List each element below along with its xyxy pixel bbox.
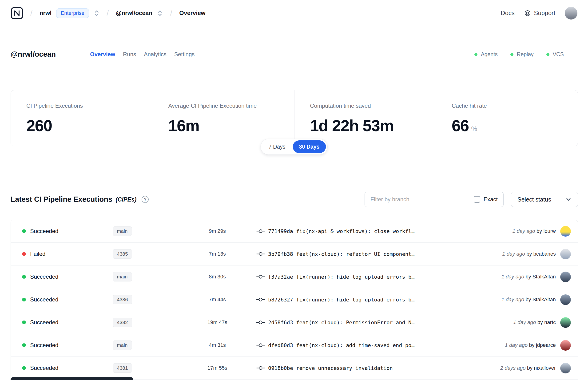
tab-bar: Overview Runs Analytics Settings [90, 51, 195, 57]
status-dot-icon [22, 343, 26, 347]
exact-segment: Exact [468, 192, 503, 207]
status-dot-icon [22, 252, 26, 256]
indicator-label: VCS [553, 51, 564, 57]
status-dot-icon [22, 229, 26, 233]
breadcrumb: / nrwl Enterprise / @nrwl/ocean / Overvi… [11, 7, 206, 19]
cipe-author: by nartc [537, 319, 556, 325]
stat-computation-time-saved: Computation time saved 1d 22h 53m [294, 90, 436, 146]
table-row[interactable]: Succeeded 4382 19m 47s 2d58f6d3 feat(nx-… [11, 311, 578, 334]
table-row[interactable]: Succeeded main 8m 30s f37a32ae fix(runne… [11, 266, 578, 288]
commit-message[interactable]: 3b79fb38 feat(nx-cloud): refactor UI com… [268, 251, 498, 257]
exact-checkbox[interactable] [474, 196, 480, 203]
range-7-days[interactable]: 7 Days [262, 140, 292, 153]
commit-message[interactable]: f37a32ae fix(runner): hide log upload er… [268, 274, 497, 280]
user-avatar[interactable] [565, 7, 577, 19]
indicator-vcs[interactable]: VCS [546, 51, 564, 57]
exact-label[interactable]: Exact [484, 196, 498, 203]
stat-ci-pipeline-executions: CI Pipeline Executions 260 [11, 90, 153, 146]
lifebuoy-icon [524, 10, 531, 17]
branch-badge[interactable]: main [113, 272, 132, 281]
breadcrumb-separator: / [107, 9, 109, 18]
breadcrumb-separator: / [170, 9, 172, 18]
commit-icon [256, 228, 265, 234]
cipe-author: by lourw [536, 228, 556, 234]
cipe-duration: 7m 44s [186, 297, 249, 303]
stat-average-execution-time: Average CI Pipeline Execution time 16m [153, 90, 294, 146]
stat-value: 260 [26, 117, 52, 133]
commit-icon [256, 320, 265, 325]
commit-icon [256, 342, 265, 348]
branch-badge[interactable]: main [113, 341, 132, 350]
branch-badge[interactable]: 4386 [113, 295, 132, 304]
cipe-status: Succeeded [30, 319, 113, 326]
cipe-duration: 19m 47s [186, 319, 249, 325]
branch-filter-input[interactable] [365, 192, 468, 207]
org-selector[interactable]: nrwl Enterprise [39, 8, 100, 18]
org-name[interactable]: nrwl [39, 10, 52, 17]
table-row[interactable]: Failed 4385 7m 13s 3b79fb38 feat(nx-clou… [11, 243, 578, 266]
table-row[interactable]: Succeeded main 9m 29s 771499da fix(nx-ap… [11, 220, 578, 243]
author-avatar [560, 294, 571, 305]
green-dot-icon [546, 53, 550, 56]
stat-label: CI Pipeline Executions [26, 103, 153, 109]
workspace-selector[interactable]: @nrwl/ocean [116, 10, 163, 17]
cipe-author: by bcabanes [526, 251, 556, 257]
tab-overview[interactable]: Overview [90, 51, 115, 57]
support-link[interactable]: Support [524, 9, 555, 17]
enterprise-badge[interactable]: Enterprise [56, 8, 89, 18]
select-status-dropdown[interactable]: Select status [511, 192, 578, 207]
cipe-author: by jdpearce [529, 342, 556, 348]
status-indicators: Agents Replay VCS [459, 49, 564, 59]
cipe-author: by nixallover [527, 365, 556, 371]
workspace-name[interactable]: @nrwl/ocean [116, 10, 152, 17]
tab-analytics[interactable]: Analytics [144, 51, 167, 57]
indicator-replay[interactable]: Replay [510, 51, 534, 57]
indicator-label: Agents [481, 51, 498, 57]
branch-badge[interactable]: main [113, 227, 132, 236]
indicator-agents[interactable]: Agents [474, 51, 498, 57]
table-row[interactable]: Succeeded 4386 7m 44s b8726327 fix(runne… [11, 288, 578, 311]
cipe-meta: 1 day agoby bcabanes [502, 251, 556, 257]
commit-message[interactable]: 2d58f6d3 feat(nx-cloud): PermissionError… [268, 320, 509, 325]
cipe-meta: 1 day agoby lourw [512, 228, 556, 234]
topbar-actions: Docs Support [501, 7, 577, 19]
cipe-duration: 7m 13s [186, 251, 249, 257]
author-avatar [560, 226, 571, 237]
docs-link[interactable]: Docs [501, 9, 515, 17]
author-avatar [560, 317, 571, 328]
tab-settings[interactable]: Settings [174, 51, 195, 57]
commit-message[interactable]: 771499da fix(nx-api & workflows): close … [268, 228, 508, 234]
cipe-meta: 1 day agoby nartc [513, 319, 556, 325]
author-avatar [560, 363, 571, 373]
cipe-status: Succeeded [30, 342, 113, 348]
status-dot-icon [22, 321, 26, 324]
commit-message[interactable]: 0918b0be remove unnecessary invalidation [268, 365, 495, 371]
green-dot-icon [510, 53, 513, 56]
nx-logo[interactable] [11, 7, 23, 19]
cipe-time: 1 day ago [501, 274, 524, 280]
table-row[interactable]: Succeeded main 4m 31s dfed80d3 feat(nx-c… [11, 334, 578, 357]
stats-cards: CI Pipeline Executions 260 Average CI Pi… [11, 90, 578, 146]
branch-badge[interactable]: 4381 [113, 363, 132, 373]
branch-badge[interactable]: 4385 [113, 249, 132, 258]
breadcrumb-separator: / [30, 9, 33, 18]
page-title: @nrwl/ocean [11, 50, 90, 58]
cipe-duration: 4m 31s [186, 342, 249, 348]
tab-runs[interactable]: Runs [123, 51, 136, 57]
help-icon[interactable]: ? [142, 196, 149, 203]
indicator-label: Replay [517, 51, 534, 57]
table-row[interactable]: Succeeded 4381 17m 55s 0918b0be remove u… [11, 357, 578, 380]
commit-icon [256, 251, 265, 257]
cipe-meta: 1 day agoby jdpearce [505, 342, 556, 348]
commit-message[interactable]: dfed80d3 feat(nx-cloud): add time-saved … [268, 342, 500, 348]
page-header: @nrwl/ocean Overview Runs Analytics Sett… [11, 43, 577, 66]
commit-message[interactable]: b8726327 fix(runner): hide log upload er… [268, 297, 497, 303]
branch-badge[interactable]: 4382 [113, 318, 132, 327]
chevron-updown-icon[interactable] [94, 10, 100, 17]
dark-banner-partial[interactable] [11, 377, 133, 380]
cipe-meta: 1 day agoby StalkAltan [501, 297, 556, 303]
branch-filter-group: Exact [364, 192, 504, 207]
chevron-updown-icon[interactable] [157, 10, 163, 17]
cipe-duration: 8m 30s [186, 274, 249, 280]
range-30-days[interactable]: 30 Days [293, 140, 326, 153]
